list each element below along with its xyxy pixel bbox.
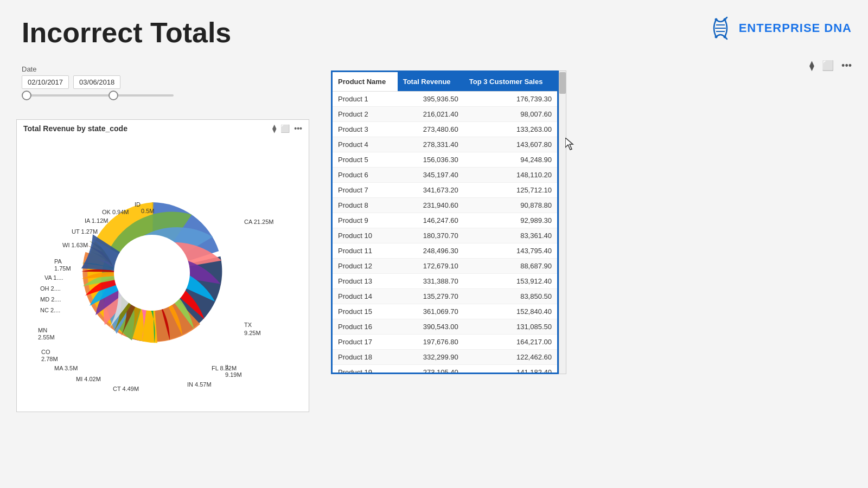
mn-value: 2.55M xyxy=(38,334,55,341)
co-value: 2.78M xyxy=(41,356,58,362)
table-row: Product 6 345,197.40 148,110.20 xyxy=(333,168,557,183)
cell-revenue: 180,370.70 xyxy=(398,228,464,243)
cell-top3: 122,462.60 xyxy=(464,350,557,365)
cell-name: Product 10 xyxy=(333,228,398,243)
chart-filter-icon[interactable]: ⧫ xyxy=(272,124,276,133)
expand-icon[interactable]: ⬜ xyxy=(822,60,834,72)
svg-point-4 xyxy=(723,18,726,21)
cell-top3: 176,739.30 xyxy=(464,92,557,107)
cell-revenue: 231,940.60 xyxy=(398,198,464,213)
cell-revenue: 197,676.80 xyxy=(398,335,464,350)
id-label: ID xyxy=(135,201,141,208)
table-row: Product 10 180,370.70 83,361.40 xyxy=(333,228,557,243)
cell-revenue: 248,496.30 xyxy=(398,243,464,259)
table-row: Product 11 248,496.30 143,795.40 xyxy=(333,243,557,259)
fl-label: FL 8.22M xyxy=(212,365,237,371)
cell-revenue: 172,679.10 xyxy=(398,259,464,274)
slider-thumb-left[interactable] xyxy=(22,91,31,100)
slider-thumb-right[interactable] xyxy=(108,91,118,100)
table-row: Product 2 216,021.40 98,007.60 xyxy=(333,107,557,122)
table-row: Product 13 331,388.70 153,912.40 xyxy=(333,274,557,289)
cell-top3: 83,850.50 xyxy=(464,289,557,304)
col-header-revenue: Total Revenue xyxy=(398,72,464,92)
cell-revenue: 341,673.20 xyxy=(398,183,464,198)
chart-svg-wrapper: CA 21.25M TX 9.25M FL 8.22M IN 4.57M CT … xyxy=(17,137,309,408)
col-header-top3: Top 3 Customer Sales xyxy=(464,72,557,92)
cell-revenue: 273,105.40 xyxy=(398,365,464,375)
va-label: VA 1.... xyxy=(44,274,63,281)
cell-top3: 143,607.80 xyxy=(464,137,557,152)
md-label: MD 2.... xyxy=(40,296,61,303)
date-inputs: 02/10/2017 03/06/2018 xyxy=(22,75,174,89)
cell-revenue: 331,388.70 xyxy=(398,274,464,289)
cell-top3: 141,182.40 xyxy=(464,365,557,375)
chart-title: Total Revenue by state_code xyxy=(23,124,127,133)
cell-revenue: 156,036.30 xyxy=(398,152,464,168)
cell-revenue: 273,480.60 xyxy=(398,122,464,137)
mi-label: MI 4.02M xyxy=(76,376,101,382)
cell-name: Product 14 xyxy=(333,289,398,304)
cell-name: Product 8 xyxy=(333,198,398,213)
svg-point-7 xyxy=(114,235,190,311)
data-table: Product Name Total Revenue Top 3 Custome… xyxy=(333,72,557,374)
pa-value: 1.75M xyxy=(54,265,71,272)
table-container: Product Name Total Revenue Top 3 Custome… xyxy=(331,70,559,374)
cell-revenue: 390,543.00 xyxy=(398,319,464,335)
chart-title-bar: Total Revenue by state_code ⧫ ⬜ ••• xyxy=(17,120,309,137)
chart-more-icon[interactable]: ••• xyxy=(294,124,302,133)
table-row: Product 17 197,676.80 164,217.00 xyxy=(333,335,557,350)
cell-top3: 88,687.90 xyxy=(464,259,557,274)
table-row: Product 3 273,480.60 133,263.00 xyxy=(333,122,557,137)
cell-revenue: 135,279.70 xyxy=(398,289,464,304)
cell-name: Product 9 xyxy=(333,213,398,228)
il-label: IL xyxy=(225,364,230,370)
cell-revenue: 345,197.40 xyxy=(398,168,464,183)
co-label: CO xyxy=(41,349,50,355)
date-label: Date xyxy=(22,65,174,73)
table-row: Product 9 146,247.60 92,989.30 xyxy=(333,213,557,228)
cell-top3: 133,263.00 xyxy=(464,122,557,137)
donut-chart-svg: CA 21.25M TX 9.25M FL 8.22M IN 4.57M CT … xyxy=(33,148,293,397)
cell-top3: 143,795.40 xyxy=(464,243,557,259)
table-row: Product 19 273,105.40 141,182.40 xyxy=(333,365,557,375)
scrollbar-thumb[interactable] xyxy=(559,72,566,94)
cell-name: Product 7 xyxy=(333,183,398,198)
more-icon[interactable]: ••• xyxy=(841,60,852,72)
cell-name: Product 4 xyxy=(333,137,398,152)
ia-label: IA 1.12M xyxy=(85,217,108,224)
svg-marker-8 xyxy=(565,138,573,150)
tx-value: 9.25M xyxy=(244,330,261,336)
tx-label: TX xyxy=(244,322,252,328)
cell-name: Product 16 xyxy=(333,319,398,335)
cell-revenue: 332,299.90 xyxy=(398,350,464,365)
table-row: Product 4 278,331.40 143,607.80 xyxy=(333,137,557,152)
scrollbar[interactable] xyxy=(559,70,566,374)
chart-expand-icon[interactable]: ⬜ xyxy=(280,124,290,133)
cell-name: Product 17 xyxy=(333,335,398,350)
cell-top3: 164,217.00 xyxy=(464,335,557,350)
table-row: Product 8 231,940.60 90,878.80 xyxy=(333,198,557,213)
cell-top3: 90,878.80 xyxy=(464,198,557,213)
date-start[interactable]: 02/10/2017 xyxy=(22,75,69,89)
table-row: Product 15 361,069.70 152,840.40 xyxy=(333,304,557,319)
logo-area: ENTERPRISE DNA xyxy=(707,15,852,41)
cell-top3: 125,712.10 xyxy=(464,183,557,198)
il-value: 9.19M xyxy=(225,371,242,378)
cell-name: Product 15 xyxy=(333,304,398,319)
logo-text: ENTERPRISE DNA xyxy=(739,21,852,35)
cell-name: Product 2 xyxy=(333,107,398,122)
date-slider-track xyxy=(22,94,174,97)
svg-point-3 xyxy=(714,18,717,21)
date-end[interactable]: 03/06/2018 xyxy=(73,75,120,89)
toolbar-icons: ⧫ ⬜ ••• xyxy=(809,60,852,72)
in-label: IN 4.57M xyxy=(187,381,212,388)
cell-name: Product 1 xyxy=(333,92,398,107)
cell-revenue: 361,069.70 xyxy=(398,304,464,319)
cell-revenue: 216,021.40 xyxy=(398,107,464,122)
table-row: Product 18 332,299.90 122,462.60 xyxy=(333,350,557,365)
svg-point-6 xyxy=(723,36,726,38)
nc-label: NC 2.... xyxy=(40,307,60,313)
cell-top3: 153,912.40 xyxy=(464,274,557,289)
cell-name: Product 18 xyxy=(333,350,398,365)
filter-icon[interactable]: ⧫ xyxy=(809,60,814,72)
